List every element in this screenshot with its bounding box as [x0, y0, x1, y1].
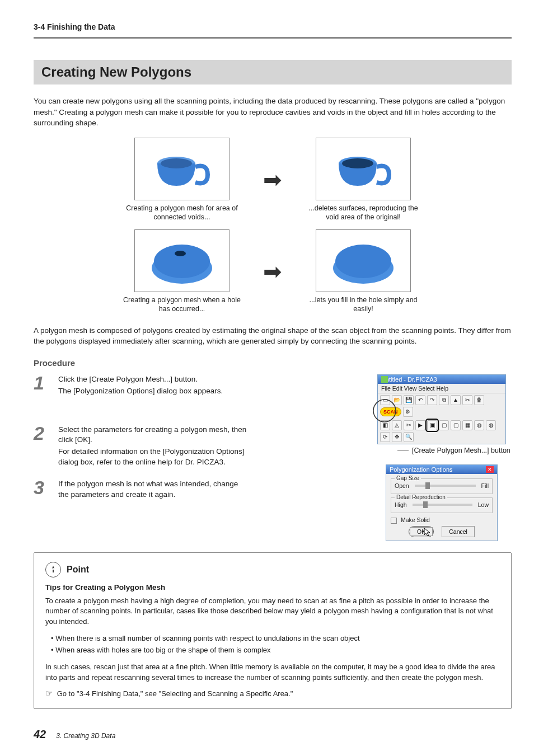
- step-instruction: If the polygon mesh is not what was inte…: [58, 479, 249, 500]
- tool-f-icon[interactable]: ▢: [439, 420, 449, 430]
- head-hole-figure: [134, 229, 229, 292]
- caption: Creating a polygon mesh for area of conn…: [123, 204, 241, 222]
- save-icon[interactable]: 💾: [404, 395, 414, 405]
- svg-point-5: [154, 245, 210, 278]
- gap-size-slider[interactable]: [415, 485, 476, 487]
- page-footer: 42 3. Creating 3D Data: [34, 728, 512, 741]
- arrow-right-icon: ➡: [263, 167, 282, 192]
- detail-reproduction-group: Detail Reproduction High Low: [391, 497, 493, 513]
- caption: Creating a polygon mesh when a hole has …: [123, 295, 241, 314]
- zoom-icon[interactable]: 🔍: [404, 432, 414, 442]
- slider-label-left: Open: [395, 482, 409, 489]
- head-svg: [327, 237, 400, 285]
- section-path: 3-4 Finishing the Data: [34, 22, 512, 31]
- procedure-heading: Procedure: [34, 358, 512, 368]
- svg-point-1: [161, 158, 192, 168]
- svg-point-6: [175, 251, 186, 256]
- caption: ...lets you fill in the hole simply and …: [305, 295, 422, 314]
- polygonization-options-dialog: Polygonization Options ✕ Gap Size Open F…: [386, 464, 498, 541]
- tool-j-icon[interactable]: ◍: [486, 420, 496, 430]
- intro-paragraph: You can create new polygons using all th…: [34, 96, 512, 129]
- tool-d-icon[interactable]: ▶: [415, 420, 425, 430]
- cup-result-figure: [316, 138, 411, 200]
- svg-point-3: [342, 158, 373, 168]
- svg-point-8: [335, 245, 391, 278]
- illustration-block: Creating a polygon mesh for area of conn…: [34, 138, 512, 314]
- tool-c-icon[interactable]: ✂: [404, 420, 414, 430]
- step-number: 1: [34, 374, 49, 392]
- callout-circle-icon: [372, 398, 397, 423]
- point-paragraph: In such cases, rescan just that area at …: [45, 662, 500, 683]
- slider-label-right: Low: [478, 501, 489, 508]
- delete-icon[interactable]: 🗑: [474, 395, 484, 405]
- bullet-item: • When there is a small number of scanni…: [51, 633, 500, 645]
- app-titlebar: Untitled - Dr.PICZA3: [378, 375, 505, 384]
- mid-paragraph: A polygon mesh is composed of polygons c…: [34, 325, 512, 347]
- cross-reference: ☞ Go to "3-4 Finishing Data," see "Selec…: [45, 688, 500, 698]
- head-svg: [146, 237, 218, 285]
- tool-g-icon[interactable]: ▢: [451, 420, 461, 430]
- app-menubar[interactable]: File Edit View Select Help: [378, 384, 505, 393]
- dialog-title-text: Polygonization Options: [390, 466, 453, 473]
- bullet-item: • When areas with holes are too big or t…: [51, 645, 500, 656]
- chapter-label: 3. Creating 3D Data: [56, 732, 115, 740]
- head-filled-figure: [316, 229, 411, 292]
- step-subtext: For detailed information on the [Polygon…: [58, 447, 249, 468]
- group-legend: Gap Size: [395, 475, 421, 481]
- illus-col: Creating a polygon mesh for area of conn…: [123, 138, 241, 222]
- page-number: 42: [34, 728, 46, 741]
- tool-i-icon[interactable]: ◍: [474, 420, 484, 430]
- step-number: 3: [34, 479, 49, 496]
- lightbulb-icon: [49, 565, 58, 574]
- svg-rect-9: [381, 376, 388, 383]
- copy-icon[interactable]: ⧉: [439, 395, 449, 405]
- app-toolbar-1: ▭ 📂 💾 ↶ ↷ ⧉ ▲ ✂ 🗑 SCAN ⚙: [378, 393, 505, 419]
- step-subtext: The [Polygonization Options] dialog box …: [58, 386, 349, 397]
- scale-icon[interactable]: ▲: [451, 395, 461, 405]
- callout-text: [Create Polygon Mesh...] button: [412, 447, 510, 454]
- illus-col: ...deletes surfaces, reproducing the voi…: [305, 138, 422, 222]
- caption: ...deletes surfaces, reproducing the voi…: [305, 204, 422, 222]
- arrow-right-icon: ➡: [263, 259, 282, 284]
- cup-svg: [330, 147, 397, 191]
- tool-h-icon[interactable]: ▦: [462, 420, 472, 430]
- cursor-icon: [424, 528, 432, 537]
- rotate-icon[interactable]: ⟳: [380, 432, 390, 442]
- illustration-row-2: Creating a polygon mesh when a hole has …: [123, 229, 422, 314]
- step-2: 2 Select the parameters for creating a p…: [34, 425, 349, 468]
- point-subheading: Tips for Creating a Polygon Mesh: [45, 583, 500, 591]
- app-toolbar-2: ◧ ◬ ✂ ▶ ▣ ▢ ▢ ▦ ◍ ◍ ⟳ ✥ 🔍: [378, 419, 505, 444]
- settings-icon[interactable]: ⚙: [403, 407, 413, 417]
- divider: [34, 37, 512, 39]
- slider-label-right: Fill: [481, 482, 489, 489]
- make-solid-checkbox[interactable]: [391, 518, 397, 524]
- make-solid-label: Make Solid: [401, 516, 430, 523]
- redo-icon[interactable]: ↷: [427, 395, 437, 405]
- cup-svg: [148, 147, 216, 191]
- step-instruction: Select the parameters for creating a pol…: [58, 425, 249, 446]
- group-legend: Detail Reproduction: [395, 494, 447, 500]
- cancel-button[interactable]: Cancel: [442, 526, 475, 537]
- close-icon[interactable]: ✕: [486, 466, 494, 473]
- app-screenshot: Untitled - Dr.PICZA3 File Edit View Sele…: [377, 374, 506, 444]
- step-1: 1 Click the [Create Polygon Mesh...] but…: [34, 374, 349, 397]
- point-bullets: • When there is a small number of scanni…: [45, 633, 500, 656]
- tool-icon[interactable]: ✂: [462, 395, 472, 405]
- xref-text: Go to "3-4 Finishing Data," see "Selecti…: [57, 689, 293, 698]
- create-polygon-mesh-button[interactable]: ▣: [427, 420, 437, 430]
- illus-col: Creating a polygon mesh when a hole has …: [123, 229, 241, 314]
- svg-point-10: [373, 400, 396, 422]
- pan-icon[interactable]: ✥: [392, 432, 402, 442]
- make-solid-row: Make Solid: [391, 516, 493, 524]
- app-title-text: Untitled - Dr.PICZA3: [381, 376, 437, 383]
- cup-with-voids-figure: [134, 138, 229, 200]
- callout: [Create Polygon Mesh...] button: [372, 447, 512, 454]
- dialog-titlebar: Polygonization Options ✕: [386, 465, 497, 474]
- step-instruction: Click the [Create Polygon Mesh...] butto…: [58, 374, 349, 385]
- step-number: 2: [34, 425, 49, 442]
- side-figures: Untitled - Dr.PICZA3 File Edit View Sele…: [372, 374, 512, 541]
- point-label: Point: [67, 565, 89, 575]
- detail-slider[interactable]: [413, 504, 472, 506]
- undo-icon[interactable]: ↶: [415, 395, 425, 405]
- slider-label-left: High: [395, 501, 407, 508]
